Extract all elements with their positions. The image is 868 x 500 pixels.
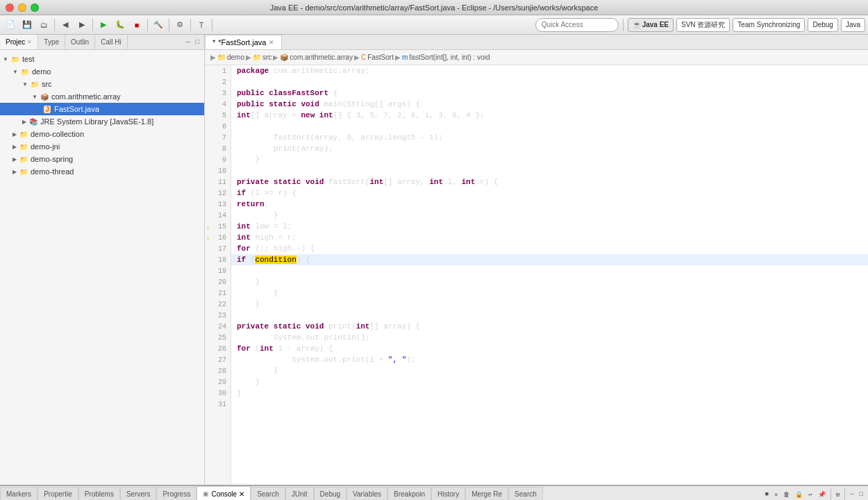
tree-item[interactable]: ▼📁demo (0, 65, 204, 78)
code-line[interactable]: return; (231, 199, 868, 210)
code-line[interactable]: int[] array = new int[] { 3, 5, 7, 2, 6,… (231, 110, 868, 121)
bottom-tab-console[interactable]: ▣ Console ✕ (197, 486, 251, 500)
bottom-tab-problems[interactable]: Problems (78, 487, 120, 500)
code-line[interactable] (231, 121, 868, 132)
code-line[interactable]: int high = r; (231, 232, 868, 243)
sidebar-tab-callhierarchy[interactable]: Call Hi (95, 35, 127, 49)
code-line[interactable] (231, 265, 868, 276)
minimize-button[interactable] (18, 3, 26, 12)
word-wrap-button[interactable]: ↩ (806, 490, 814, 499)
code-line[interactable]: private static void fastSort(int[] array… (231, 176, 868, 188)
code-line[interactable]: } (231, 154, 868, 165)
tree-item[interactable]: ▼📁src (0, 78, 204, 90)
sidebar-tab-project[interactable]: Projec ✕ (0, 35, 38, 49)
save-button[interactable]: 💾 (19, 17, 35, 33)
tree-item[interactable]: ▼📁test (0, 53, 204, 65)
bottom-tab-history[interactable]: History (431, 487, 465, 500)
build-button[interactable]: 🔨 (151, 17, 166, 33)
code-line[interactable]: System.out.println(); (231, 332, 868, 343)
code-line[interactable] (231, 310, 868, 321)
terminate-button[interactable]: ■ (763, 490, 771, 499)
code-content[interactable]: package com.arithmetic.array;public clas… (231, 65, 868, 485)
sidebar-tab-outline[interactable]: Outlin (65, 35, 95, 49)
minimize-sidebar-button[interactable]: — (184, 38, 192, 47)
code-line[interactable]: } (231, 276, 868, 288)
perspective-debug[interactable]: Debug (808, 18, 837, 32)
remove-launch-button[interactable]: ✕ (772, 490, 780, 499)
window-controls[interactable] (6, 3, 39, 12)
close-tab-button[interactable]: ✕ (269, 39, 274, 46)
code-line[interactable]: public static void main(String[] args) { (231, 99, 868, 110)
tree-item[interactable]: ▶📁demo-thread (0, 165, 204, 178)
bottom-tab-servers[interactable]: Servers (120, 487, 156, 500)
code-line[interactable]: } (231, 299, 868, 310)
tree-item[interactable]: ▶📁demo-jni (0, 140, 204, 153)
breadcrumb-method[interactable]: m fastSort(int[], int, int) : void (402, 53, 490, 61)
code-line[interactable] (231, 399, 868, 410)
maximize-bottom-button[interactable]: □ (858, 490, 865, 499)
tree-item[interactable]: JFastSort.java (0, 103, 204, 115)
code-editor[interactable]: 1234567891011121314⚠15⚠16171819202122232… (205, 65, 868, 485)
breadcrumb-src[interactable]: 📁 src (253, 53, 272, 61)
bottom-tab-debug[interactable]: Debug (314, 487, 347, 500)
back-button[interactable]: ◀ (58, 17, 73, 33)
external-tools-button[interactable]: ⚙ (172, 17, 187, 33)
maximize-button[interactable] (31, 3, 39, 12)
code-line[interactable]: } (231, 376, 868, 388)
perspective-team-sync[interactable]: Team Synchronizing (733, 18, 805, 32)
bottom-tab-progress[interactable]: Progress (156, 487, 197, 500)
stop-button[interactable]: ■ (129, 17, 144, 33)
bottom-tab-markers[interactable]: Markers (0, 487, 37, 500)
bottom-tab-search-2[interactable]: Search (508, 487, 543, 500)
code-line[interactable]: } (231, 388, 868, 399)
scroll-lock-button[interactable]: 🔒 (793, 490, 805, 499)
new-button[interactable]: 📄 (3, 17, 18, 33)
bottom-tab-mergere[interactable]: Merge Re (465, 487, 508, 500)
code-line[interactable]: fastSort(array, 0, array.length - 1); (231, 132, 868, 143)
tree-item[interactable]: ▶📁demo-spring (0, 153, 204, 165)
bottom-tab-variables[interactable]: Variables (347, 487, 387, 500)
code-line[interactable] (231, 76, 868, 88)
debug-button[interactable]: 🐛 (112, 17, 128, 33)
tree-item[interactable]: ▶📁demo-collection (0, 128, 204, 140)
breadcrumb-class[interactable]: C FastSort (361, 53, 394, 61)
open-type-button[interactable]: T (194, 17, 209, 33)
bottom-tab-junit[interactable]: JUnit (285, 487, 314, 500)
run-button[interactable]: ▶ (96, 17, 111, 33)
quick-access-input[interactable] (535, 18, 619, 32)
open-console-button[interactable]: ⊞ (834, 490, 842, 499)
close-console-button[interactable]: ✕ (239, 490, 244, 498)
code-line[interactable]: print(array); (231, 143, 868, 154)
clear-console-button[interactable]: 🗑 (781, 490, 792, 499)
save-all-button[interactable]: 🗂 (36, 17, 51, 33)
code-line[interactable]: if (l >= r) { (231, 188, 868, 199)
code-line[interactable]: for (;; high--) { (231, 243, 868, 254)
code-line[interactable]: } (231, 210, 868, 221)
forward-button[interactable]: ▶ (74, 17, 90, 33)
tree-item[interactable]: ▶📚JRE System Library [JavaSE-1.8] (0, 115, 204, 128)
tree-item[interactable]: ▼📦com.arithmetic.array (0, 90, 204, 103)
bottom-tab-properties[interactable]: Propertie (37, 487, 78, 500)
perspective-javaee[interactable]: ☕ Java EE (628, 18, 674, 32)
code-line[interactable]: for (int i : array) { (231, 343, 868, 354)
minimize-bottom-button[interactable]: — (848, 490, 856, 499)
code-line[interactable]: if (condition) { (231, 254, 868, 265)
code-line[interactable]: private static void print(int[] array) { (231, 321, 868, 332)
maximize-sidebar-button[interactable]: □ (194, 38, 201, 47)
bottom-tab-breakpoints[interactable]: Breakpoin (387, 487, 431, 500)
breadcrumb-package[interactable]: 📦 com.arithmetic.array (280, 53, 353, 61)
code-line[interactable] (231, 165, 868, 176)
code-line[interactable]: package com.arithmetic.array; (231, 65, 868, 76)
perspective-svn[interactable]: SVN 资源研究 (676, 18, 730, 32)
editor-tab-fastsort[interactable]: * *FastSort.java ✕ (205, 35, 282, 49)
sidebar-tab-type[interactable]: Type (38, 35, 65, 49)
code-line[interactable]: System.out.print(i + ", "); (231, 354, 868, 365)
code-line[interactable]: } (231, 288, 868, 299)
close-button[interactable] (6, 3, 14, 12)
code-line[interactable]: public class FastSort { (231, 88, 868, 99)
breadcrumb-demo[interactable]: 📁 demo (217, 53, 244, 61)
code-line[interactable]: } (231, 365, 868, 376)
code-line[interactable]: int low = l; (231, 221, 868, 232)
perspective-java[interactable]: Java (841, 18, 865, 32)
bottom-tab-search-1[interactable]: Search (251, 487, 285, 500)
